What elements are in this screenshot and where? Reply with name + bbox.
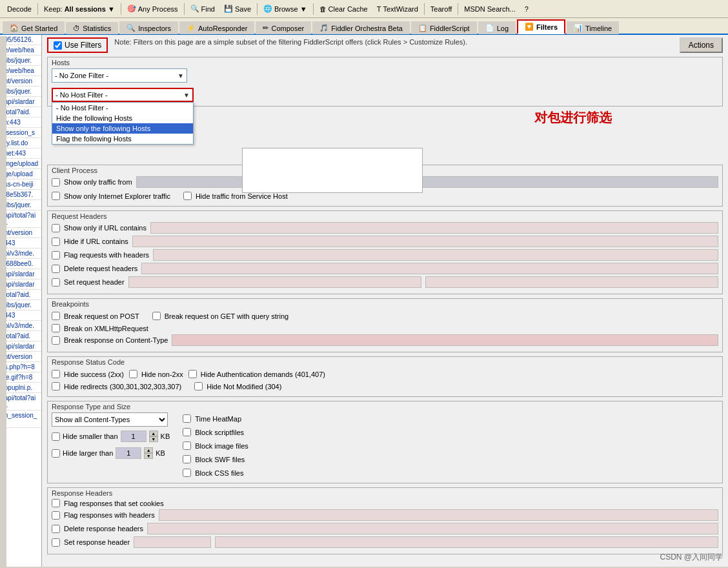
set-resp-header-name-input[interactable] xyxy=(134,536,211,548)
tearoff-button[interactable]: Tearoff xyxy=(426,3,456,15)
tab-fiddlerscript[interactable]: 📋 FiddlerScript xyxy=(411,21,477,34)
host-option-3[interactable]: Flag the following Hosts xyxy=(52,134,193,144)
hide-smaller-checkbox[interactable] xyxy=(52,432,60,441)
tab-log[interactable]: 📄 Log xyxy=(478,21,516,34)
set-header-checkbox[interactable] xyxy=(52,278,60,287)
hide-larger-up[interactable]: ▲ xyxy=(144,447,153,453)
flag-cookies-checkbox[interactable] xyxy=(52,499,60,507)
host-option-2[interactable]: Show only the following Hosts xyxy=(52,123,193,134)
flag-resp-headers-checkbox[interactable] xyxy=(52,511,60,520)
find-button[interactable]: 🔍 Find xyxy=(186,3,219,15)
break-content-type-checkbox[interactable] xyxy=(52,336,60,345)
block-imagefiles-row: Block image files xyxy=(183,441,248,450)
flag-resp-headers-input[interactable] xyxy=(159,509,718,521)
break-get-query-checkbox[interactable] xyxy=(152,312,161,320)
hide-success-label: Hide success (2xx) xyxy=(64,370,124,378)
block-imagefiles-checkbox[interactable] xyxy=(183,441,191,450)
show-url-contains-input[interactable] xyxy=(150,222,718,234)
show-traffic-from-checkbox[interactable] xyxy=(52,178,60,187)
help-button[interactable]: ? xyxy=(520,3,533,15)
hide-auth-checkbox[interactable] xyxy=(188,370,197,378)
host-filter-textarea-container xyxy=(242,148,423,193)
host-option-0[interactable]: - No Host Filter - xyxy=(52,103,193,113)
tab-inspectors[interactable]: 🔍 Inspectors xyxy=(119,21,178,34)
delete-resp-headers-checkbox[interactable] xyxy=(52,525,60,533)
hide-service-host-checkbox[interactable] xyxy=(183,192,192,200)
clear-cache-label: Clear Cache xyxy=(329,5,368,13)
set-header-name-input[interactable] xyxy=(128,276,421,288)
show-url-contains-checkbox[interactable] xyxy=(52,224,60,232)
filters-header-row: Use Filters Note: Filters on this page a… xyxy=(47,37,723,53)
delete-headers-checkbox[interactable] xyxy=(52,265,60,273)
set-header-value-input[interactable] xyxy=(425,276,718,288)
delete-headers-label: Delete request headers xyxy=(64,265,137,272)
decode-button[interactable]: Decode xyxy=(3,3,36,15)
host-option-1[interactable]: Hide the following Hosts xyxy=(52,113,193,123)
host-filter-textarea[interactable] xyxy=(243,148,422,192)
any-process-button[interactable]: 🎯 Any Process xyxy=(123,3,183,15)
hide-smaller-label: Hide smaller than xyxy=(63,432,118,440)
delete-headers-row: Delete request headers xyxy=(52,263,718,274)
flag-headers-checkbox[interactable] xyxy=(52,251,60,259)
block-scriptfiles-checkbox[interactable] xyxy=(183,428,191,436)
hide-success-checkbox[interactable] xyxy=(52,370,60,378)
status-row1: Hide success (2xx) Hide non-2xx Hide Aut… xyxy=(52,368,718,380)
use-filters-checkbox-container[interactable]: Use Filters xyxy=(47,37,108,53)
tab-get-started[interactable]: 🏠 Get Started xyxy=(3,21,65,34)
save-button[interactable]: 💾 Save xyxy=(219,3,256,15)
time-heatmap-label: Time HeatMap xyxy=(195,415,241,423)
hide-url-contains-input[interactable] xyxy=(132,236,718,247)
hide-smaller-up[interactable]: ▲ xyxy=(149,431,158,436)
hide-smaller-input[interactable] xyxy=(121,431,147,442)
show-ie-checkbox[interactable] xyxy=(52,192,60,200)
clear-cache-button[interactable]: 🗑 Clear Cache xyxy=(315,3,372,15)
break-post-checkbox[interactable] xyxy=(52,312,60,320)
host-filter-dropdown-list: - No Host Filter - Hide the following Ho… xyxy=(52,102,194,145)
set-resp-header-value-input[interactable] xyxy=(215,536,718,548)
textwizard-button[interactable]: T TextWizard xyxy=(372,3,423,15)
hide-larger-down[interactable]: ▼ xyxy=(144,453,153,459)
host-filter-dropdown[interactable]: - No Host Filter - ▼ xyxy=(52,88,194,102)
keep-sessions-button[interactable]: Keep: All sessions ▼ xyxy=(39,3,119,15)
actions-button[interactable]: Actions xyxy=(680,37,723,53)
auto-icon: ⚡ xyxy=(187,24,196,32)
hide-larger-checkbox[interactable] xyxy=(52,449,60,458)
hide-larger-input[interactable] xyxy=(116,447,141,459)
break-xmlhttp-row: Break on XMLHttpRequest xyxy=(52,324,718,332)
target-icon: 🎯 xyxy=(127,5,136,13)
break-xmlhttp-checkbox[interactable] xyxy=(52,324,60,332)
block-imagefiles-label: Block image files xyxy=(195,442,248,450)
traffic-from-input[interactable] xyxy=(136,176,718,188)
tab-filters[interactable]: 🔽 Filters xyxy=(517,19,565,34)
use-filters-label[interactable]: Use Filters xyxy=(65,41,101,50)
hide-non2xx-checkbox[interactable] xyxy=(129,370,137,378)
delete-headers-input[interactable] xyxy=(141,263,718,274)
set-header-row: Set request header xyxy=(52,276,718,288)
break-xmlhttp-label: Break on XMLHttpRequest xyxy=(64,325,148,332)
break-content-type-input[interactable] xyxy=(172,334,718,346)
use-filters-checkbox[interactable] xyxy=(54,41,62,50)
hide-smaller-down[interactable]: ▼ xyxy=(149,436,158,442)
zone-filter-dropdown[interactable]: - No Zone Filter - ▼ xyxy=(52,68,187,83)
set-resp-header-checkbox[interactable] xyxy=(52,538,60,547)
tab-autoresponder[interactable]: ⚡ AutoResponder xyxy=(179,21,254,34)
tab-timeline[interactable]: 📊 Timeline xyxy=(567,21,619,34)
flag-headers-input[interactable] xyxy=(153,249,718,261)
block-swf-row: Block SWF files xyxy=(183,455,248,463)
browse-button[interactable]: 🌐 Browse ▼ xyxy=(259,3,312,15)
block-css-checkbox[interactable] xyxy=(183,469,191,477)
hide-redirects-checkbox[interactable] xyxy=(52,382,60,391)
tab-composer[interactable]: ✏ Composer xyxy=(256,21,311,34)
content-type-select[interactable]: Show all Content-Types Hide image files … xyxy=(52,412,168,427)
hide-non2xx-label: Hide non-2xx xyxy=(141,370,183,378)
hide-not-modified-checkbox[interactable] xyxy=(194,382,203,391)
zone-filter-row: - No Zone Filter - ▼ xyxy=(52,68,718,85)
block-swf-checkbox[interactable] xyxy=(183,455,191,463)
tab-fiddler-orchestra[interactable]: 🎵 Fiddler Orchestra Beta xyxy=(312,21,410,34)
tab-statistics[interactable]: ⏱ Statistics xyxy=(66,22,118,34)
delete-resp-headers-input[interactable] xyxy=(147,523,718,534)
hide-auth-row: Hide Authentication demands (401,407) xyxy=(188,370,325,378)
time-heatmap-checkbox[interactable] xyxy=(183,414,191,423)
hide-url-contains-checkbox[interactable] xyxy=(52,238,60,246)
msdn-search-button[interactable]: MSDN Search... xyxy=(460,3,520,15)
